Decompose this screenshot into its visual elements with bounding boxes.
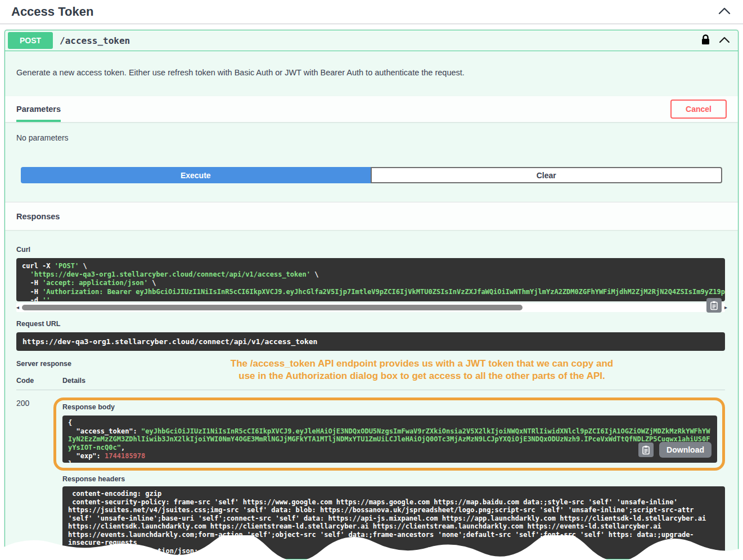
response-body-label: Response body [62,403,717,411]
response-body-actions: Download [638,442,712,458]
curl-command[interactable]: curl -X 'POST' \ 'https://dev-qa3-org1.s… [16,258,725,301]
response-row-200: 200 Response body { "access_token": "eyJ… [16,390,725,559]
scrollbar-thumb[interactable] [22,305,523,310]
cancel-button[interactable]: Cancel [670,100,727,119]
download-button[interactable]: Download [659,442,712,458]
scrollbar-right-arrow-icon[interactable]: ▸ [724,304,727,311]
copy-response-button[interactable] [638,442,654,457]
parameters-header-bar: Parameters Cancel [5,96,738,122]
clear-button[interactable]: Clear [371,167,723,183]
curl-label: Curl [16,246,725,254]
responses-section: Curl curl -X 'POST' \ 'https://dev-qa3-o… [5,230,738,559]
no-parameters-text: No parameters [5,122,738,167]
clipboard-icon [710,301,718,310]
clipboard-icon [642,445,650,455]
operation-collapse-chevron-icon[interactable] [719,35,730,46]
response-body-container: { "access_token": "eyJhbGciOiJIUzI1NiIsI… [62,416,717,463]
operation-summary[interactable]: POST /access_token [5,30,738,51]
response-headers-label: Response headers [62,475,725,483]
details-column-header: Details [62,377,85,385]
operation-path: /access_token [60,35,130,46]
responses-header-bar: Responses [5,202,738,230]
curl-horizontal-scrollbar[interactable]: ◂ ▸ [16,303,725,312]
section-title[interactable]: Access Token [11,4,93,19]
curl-container: curl -X 'POST' \ 'https://dev-qa3-org1.s… [16,258,725,312]
responses-title: Responses [16,212,60,221]
response-body[interactable]: { "access_token": "eyJhbGciOiJIUzI1NiIsI… [62,416,717,463]
request-url-value: https://dev-qa3-org1.stellarcyber.cloud/… [16,332,725,351]
section-collapse-chevron-icon[interactable] [718,7,731,17]
server-response-label: Server response [16,360,725,368]
torn-edge-decoration [0,535,743,560]
execute-clear-group: Execute Clear [21,167,722,183]
tab-active-underline [16,120,61,122]
tab-parameters[interactable]: Parameters [16,96,61,122]
auth-lock-icon[interactable] [701,34,710,47]
execute-button[interactable]: Execute [21,167,371,183]
request-url-label: Request URL [16,320,725,328]
response-table-header: Code Details [16,377,725,390]
code-column-header: Code [16,377,62,385]
swagger-page: Access Token POST /access_token [0,0,743,559]
operation-description: Generate a new access token. Either use … [5,51,738,96]
scrollbar-left-arrow-icon[interactable]: ◂ [16,304,19,311]
annotation-highlight-box: Response body { "access_token": "eyJhbGc… [53,398,725,471]
section-header: Access Token [0,0,743,24]
method-badge: POST [8,32,53,49]
tab-parameters-label: Parameters [16,105,61,114]
operation-body: Generate a new access token. Either use … [5,51,738,559]
opblock-post-access-token: POST /access_token Generate a new access… [4,30,739,559]
copy-curl-button[interactable] [706,298,722,313]
